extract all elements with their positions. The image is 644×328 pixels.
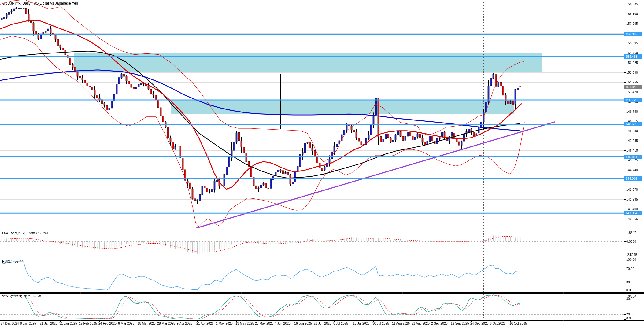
date-label: 12 Feb 2025 bbox=[79, 322, 97, 325]
date-label: 18 Jul 2025 bbox=[353, 322, 369, 325]
date-label: 21 Aug 2025 bbox=[412, 322, 430, 325]
date-label: 13 May 2025 bbox=[235, 322, 254, 325]
trading-chart-window: USDJPY.fx, Daily: US Dollar vs Japanese … bbox=[0, 0, 644, 328]
sr-level-price-tag: 150.729 bbox=[624, 98, 642, 102]
time-axis[interactable]: 27 Dec 20249 Jan 202521 Jan 202531 Jan 2… bbox=[0, 321, 644, 328]
sr-level-price-tag: 148.655 bbox=[624, 122, 642, 126]
date-label: 27 Dec 2024 bbox=[1, 322, 19, 325]
macd-tick-label: -2.5215 bbox=[626, 253, 637, 256]
sr-level-price-tag: 154.453 bbox=[624, 54, 642, 59]
date-label: 11 Aug 2025 bbox=[392, 322, 410, 325]
price-axis[interactable]: 158.935158.100157.265156.430155.595154.7… bbox=[624, 0, 644, 320]
price-tick-label: 142.235 bbox=[626, 197, 638, 201]
stoch-tick-label: 20.00 bbox=[626, 312, 634, 316]
macd-tick-label: 0.0000 bbox=[626, 240, 636, 243]
date-label: 6 Oct 2025 bbox=[490, 322, 505, 325]
price-tick-label: 143.070 bbox=[626, 188, 638, 191]
current-price-tag: 151.842 bbox=[624, 85, 642, 89]
date-label: 8 Jul 2025 bbox=[333, 322, 348, 325]
sr-level-price-tag: 144.016 bbox=[624, 176, 642, 181]
date-label: 1 May 2025 bbox=[216, 322, 233, 325]
price-tick-label: 144.740 bbox=[626, 168, 638, 172]
macd-indicator-label: MACD(12,26,9) 0.9000 1.0024 bbox=[2, 231, 48, 235]
price-tick-label: 147.245 bbox=[626, 139, 638, 142]
price-tick-label: 148.080 bbox=[626, 129, 638, 133]
stoch-indicator-label: Stoch(15,4,4) 70.27 65.70 bbox=[2, 294, 41, 298]
price-tick-label: 155.595 bbox=[626, 41, 638, 45]
date-label: 18 Mar 2025 bbox=[138, 322, 156, 325]
candlestick-chart-canvas[interactable] bbox=[0, 0, 644, 328]
rsi-tick-label: 70.00 bbox=[626, 267, 634, 271]
price-tick-label: 151.420 bbox=[626, 90, 638, 94]
date-label: 4 Jun 2025 bbox=[275, 322, 291, 325]
sr-level-price-tag: 145.881 bbox=[624, 155, 642, 159]
date-label: 24 Sep 2025 bbox=[470, 322, 489, 325]
date-label: 16 Jun 2025 bbox=[294, 322, 312, 325]
macd-tick-label: 1.8647 bbox=[626, 231, 636, 234]
price-tick-label: 157.265 bbox=[626, 22, 638, 25]
date-label: 9 Jan 2025 bbox=[20, 322, 36, 325]
price-tick-label: 149.750 bbox=[626, 110, 638, 113]
sr-level-price-tag: 156.355 bbox=[624, 32, 642, 36]
price-tick-label: 141.400 bbox=[626, 207, 638, 211]
rsi-tick-label: 100.00 bbox=[626, 258, 636, 261]
stoch-tick-label: 80.00 bbox=[626, 297, 634, 300]
price-tick-label: 158.935 bbox=[626, 2, 638, 6]
price-tick-label: 146.410 bbox=[626, 149, 638, 152]
rsi-indicator-label: RSI(14) 59.77 bbox=[2, 260, 23, 263]
price-tick-label: 153.925 bbox=[626, 61, 638, 64]
date-label: 21 Apr 2025 bbox=[196, 322, 214, 325]
date-label: 26 Jun 2025 bbox=[314, 322, 331, 325]
price-tick-label: 140.565 bbox=[626, 217, 638, 221]
rsi-tick-label: 0.00 bbox=[626, 288, 632, 292]
rsi-tick-label: 30.00 bbox=[626, 280, 634, 284]
price-tick-label: 152.255 bbox=[626, 80, 638, 84]
date-label: 6 Mar 2025 bbox=[118, 322, 134, 325]
sr-level-price-tag: 141.054 bbox=[624, 211, 642, 215]
price-tick-label: 158.100 bbox=[626, 12, 638, 16]
date-label: 28 Mar 2025 bbox=[157, 322, 175, 325]
date-label: 31 Jan 2025 bbox=[59, 322, 77, 325]
date-label: 12 Sep 2025 bbox=[451, 322, 469, 325]
chart-title: USDJPY.fx, Daily: US Dollar vs Japanese … bbox=[2, 1, 78, 6]
date-label: 9 Apr 2025 bbox=[177, 322, 192, 325]
date-label: 2 Sep 2025 bbox=[431, 322, 448, 325]
date-label: 21 Jan 2025 bbox=[40, 322, 57, 325]
date-label: 30 Jul 2025 bbox=[372, 322, 389, 325]
price-tick-label: 153.090 bbox=[626, 71, 638, 74]
date-label: 24 Feb 2025 bbox=[98, 322, 117, 325]
date-label: 23 May 2025 bbox=[255, 322, 274, 325]
date-label: 16 Oct 2025 bbox=[509, 322, 527, 325]
stoch-tick-label: 0.00 bbox=[626, 316, 632, 320]
